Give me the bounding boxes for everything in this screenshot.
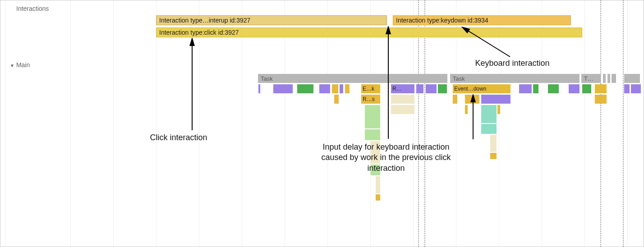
task-block-tiny[interactable]: [612, 74, 616, 83]
annotation-keyboard-interaction: Keyboard interaction: [445, 58, 580, 69]
task-block-tiny[interactable]: [603, 74, 606, 83]
annotation-click-interaction: Click interaction: [133, 133, 224, 143]
flame-block[interactable]: [465, 105, 468, 114]
task-block[interactable]: Task: [450, 74, 580, 83]
arrow-icon: [183, 38, 201, 133]
flame-block[interactable]: [624, 84, 630, 93]
flame-block-event[interactable]: R…s: [361, 95, 380, 104]
track-label-interactions: Interactions: [16, 5, 49, 12]
annotation-input-delay: Input delay for keyboard interaction cau…: [316, 142, 456, 174]
flame-block[interactable]: [582, 84, 591, 93]
interaction-bar-keydown[interactable]: Interaction type:keydown id:3934: [393, 15, 571, 25]
flame-block-event[interactable]: E…k: [361, 84, 380, 93]
flame-block[interactable]: [391, 95, 414, 104]
task-block[interactable]: T…: [581, 74, 601, 83]
flame-block-event-keydown[interactable]: Event…down: [453, 84, 511, 93]
flame-block[interactable]: [438, 84, 447, 93]
flame-block[interactable]: [365, 105, 380, 128]
task-block-tiny[interactable]: [624, 74, 640, 83]
flame-block[interactable]: [371, 141, 380, 164]
flame-block[interactable]: [497, 105, 500, 114]
task-block[interactable]: Task: [258, 74, 447, 83]
flame-block[interactable]: [365, 129, 380, 140]
flame-block[interactable]: [490, 153, 497, 159]
flame-block[interactable]: [595, 84, 607, 93]
flame-block[interactable]: [297, 84, 313, 93]
flame-block[interactable]: [371, 165, 380, 175]
flame-block[interactable]: [376, 194, 380, 201]
flame-block[interactable]: [453, 95, 457, 104]
interaction-bar-click[interactable]: Interaction type:click id:3927: [156, 27, 582, 37]
flame-block[interactable]: [332, 84, 338, 93]
timeline-marker: [600, 0, 601, 247]
flame-block[interactable]: [273, 84, 293, 93]
flame-block[interactable]: [569, 84, 580, 93]
flame-block[interactable]: [319, 84, 330, 93]
flame-block[interactable]: [595, 95, 607, 104]
flame-block[interactable]: [631, 84, 641, 93]
performance-timeline[interactable]: Interactions ▼Main Interaction type…inte…: [0, 0, 644, 247]
flame-block[interactable]: [481, 105, 497, 123]
timeline-marker: [623, 0, 624, 247]
flame-block[interactable]: [261, 84, 262, 93]
interaction-bar-pointerup[interactable]: Interaction type…interup id:3927: [156, 15, 387, 25]
flame-block[interactable]: [465, 95, 479, 104]
flame-block[interactable]: [391, 105, 414, 114]
flame-block[interactable]: [345, 84, 350, 93]
flame-block[interactable]: [258, 84, 260, 93]
flame-block[interactable]: [416, 84, 423, 93]
chevron-down-icon: ▼: [10, 63, 14, 68]
track-label-main[interactable]: ▼Main: [10, 61, 30, 69]
flame-block[interactable]: [340, 84, 343, 93]
flame-block[interactable]: [376, 176, 380, 193]
flame-block[interactable]: [548, 84, 559, 93]
flame-block[interactable]: [490, 135, 497, 152]
flame-block[interactable]: [481, 124, 497, 134]
flame-block[interactable]: [533, 84, 538, 93]
task-block-tiny[interactable]: [607, 74, 610, 83]
flame-block[interactable]: [426, 84, 437, 93]
flame-block-event[interactable]: R…: [391, 84, 414, 93]
flame-block[interactable]: [334, 95, 339, 104]
flame-block[interactable]: [481, 95, 511, 104]
flame-block[interactable]: [519, 84, 532, 93]
